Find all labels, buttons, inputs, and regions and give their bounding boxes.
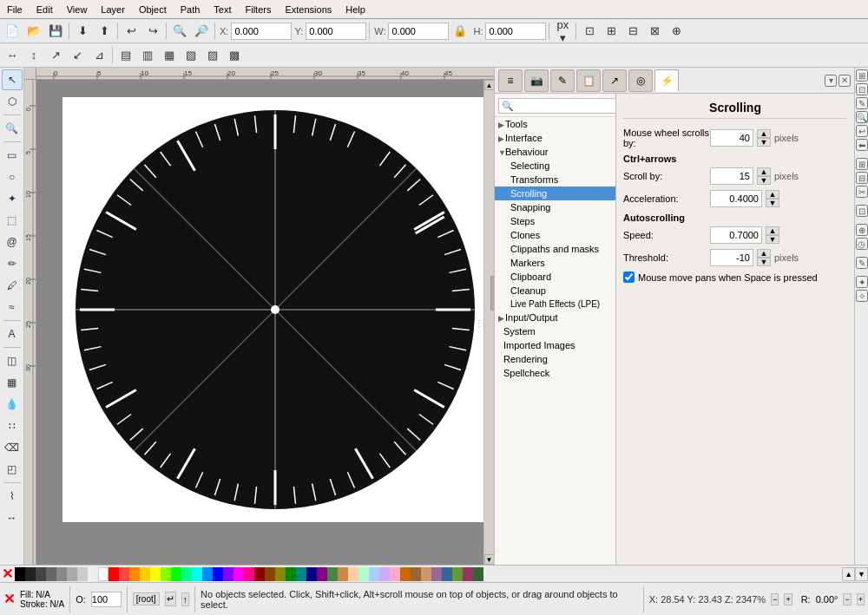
swatch-orange[interactable] — [129, 567, 140, 581]
redo-button[interactable]: ↪ — [142, 21, 163, 42]
tree-item-interface[interactable]: ▶Interface — [495, 131, 615, 145]
arrange-btn5[interactable]: ▨ — [202, 45, 223, 66]
swatch-cyan[interactable] — [192, 567, 202, 581]
scroll-thumb[interactable] — [490, 276, 495, 311]
mouse-wheel-up[interactable]: ▲ — [757, 129, 771, 138]
layer-exit-button[interactable]: ↑ — [181, 592, 190, 606]
menu-edit[interactable]: Edit — [30, 3, 60, 16]
right-icon-6[interactable]: ⬅ — [856, 139, 868, 151]
pencil-tool[interactable]: ✏ — [2, 253, 23, 274]
swatch-purple[interactable] — [223, 567, 233, 581]
right-icon-3[interactable]: ✎ — [856, 97, 868, 109]
opacity-input[interactable] — [91, 592, 122, 607]
layer-enter-button[interactable]: ↵ — [165, 592, 176, 606]
swatch-rose[interactable] — [390, 567, 400, 581]
w-input[interactable] — [388, 23, 449, 40]
circle-tool[interactable]: ○ — [2, 167, 23, 187]
prefs-tab-settings[interactable]: ◎ — [628, 69, 653, 92]
tree-item-steps[interactable]: Steps — [495, 214, 615, 228]
prefs-expand-button[interactable]: ▾ — [825, 75, 837, 87]
snap-btn1[interactable]: ⊡ — [579, 21, 600, 42]
unit-select[interactable]: px ▾ — [552, 21, 573, 42]
threshold-up[interactable]: ▲ — [757, 249, 771, 258]
right-icon-9[interactable]: ✂ — [856, 186, 868, 198]
swatch-yellow[interactable] — [140, 567, 150, 581]
right-icon-7[interactable]: ⊞ — [856, 158, 868, 170]
color-swatches[interactable] — [15, 567, 842, 581]
panel-drag-handle[interactable]: ⋮ — [475, 317, 483, 327]
tree-item-clipboard[interactable]: Clipboard — [495, 270, 615, 284]
swatch-red[interactable] — [108, 567, 119, 581]
swatch-yellow2[interactable] — [150, 567, 161, 581]
menu-file[interactable]: File — [0, 3, 30, 16]
x-input[interactable] — [231, 23, 292, 40]
prefs-tab-document[interactable]: ≡ — [498, 69, 523, 92]
swatch-olive[interactable] — [275, 567, 286, 581]
export-button[interactable]: ⬆ — [94, 21, 115, 42]
zoom-in-button[interactable]: 🔍 — [169, 21, 190, 42]
swatch-gray4[interactable] — [77, 567, 88, 581]
h-input[interactable] — [485, 23, 546, 40]
prefs-close-button[interactable]: ✕ — [838, 75, 851, 87]
menu-extensions[interactable]: Extensions — [278, 3, 339, 16]
rect-tool[interactable]: ▭ — [2, 145, 23, 166]
zoom-out-button[interactable]: 🔎 — [191, 21, 212, 42]
select-tool[interactable]: ↖ — [2, 69, 23, 90]
swatch-darkcyan[interactable] — [296, 567, 306, 581]
mouse-move-checkbox[interactable] — [623, 272, 635, 283]
scroll-by-down[interactable]: ▼ — [757, 176, 771, 185]
swatch-peach[interactable] — [348, 567, 358, 581]
tree-item-behaviour[interactable]: ▼Behaviour — [495, 145, 615, 159]
import-button[interactable]: ⬇ — [72, 21, 93, 42]
swatch-darkred[interactable] — [254, 567, 265, 581]
swatch-teal[interactable] — [181, 567, 192, 581]
zoom-in-status-button[interactable]: + — [784, 593, 792, 605]
rotate-ccw-button[interactable]: − — [843, 593, 851, 605]
prefs-tab-text[interactable]: 📋 — [576, 69, 601, 92]
open-button[interactable]: 📂 — [23, 21, 44, 42]
swatch-mid1[interactable] — [327, 567, 338, 581]
menu-layer[interactable]: Layer — [94, 3, 132, 16]
transform-btn1[interactable]: ↔ — [2, 45, 23, 66]
swatch-lime[interactable] — [161, 567, 171, 581]
connector-tool[interactable]: ⌇ — [2, 486, 23, 507]
swatch-dark2[interactable] — [36, 567, 46, 581]
no-fill-button[interactable]: ✕ — [0, 566, 15, 582]
scroll-by-input[interactable] — [710, 167, 753, 185]
right-icon-8[interactable]: ⊟ — [856, 172, 868, 184]
prefs-tab-snap[interactable]: 📷 — [524, 69, 549, 92]
swatch-light1[interactable] — [88, 567, 98, 581]
zoom-out-status-button[interactable]: − — [771, 593, 779, 605]
layer-button[interactable]: [root] — [133, 592, 160, 605]
tree-item-clones[interactable]: Clones — [495, 228, 615, 242]
swatch-gray2[interactable] — [56, 567, 67, 581]
vertical-scrollbar[interactable]: ▲ ▼ — [483, 80, 494, 565]
swatch-pink[interactable] — [244, 567, 254, 581]
right-icon-5[interactable]: ↩ — [856, 125, 868, 137]
spiral-tool[interactable]: @ — [2, 232, 23, 252]
swatch-steel[interactable] — [442, 567, 452, 581]
tree-item-lpe[interactable]: Live Path Effects (LPE) — [495, 298, 615, 311]
mouse-wheel-input[interactable] — [710, 129, 753, 147]
tree-item-system[interactable]: System — [495, 324, 615, 338]
arrange-btn4[interactable]: ▧ — [181, 45, 201, 66]
speed-up[interactable]: ▲ — [766, 226, 779, 235]
threshold-down[interactable]: ▼ — [757, 258, 771, 266]
right-icon-2[interactable]: ⊡ — [856, 83, 868, 95]
swatch-white[interactable] — [98, 567, 108, 581]
transform-btn5[interactable]: ⊿ — [89, 45, 109, 66]
tree-item-markers[interactable]: Markers — [495, 256, 615, 270]
menu-text[interactable]: Text — [207, 3, 238, 16]
tree-item-transforms[interactable]: Transforms — [495, 173, 615, 186]
speed-input[interactable] — [710, 226, 762, 244]
scroll-by-up[interactable]: ▲ — [757, 167, 771, 176]
rotate-cw-button[interactable]: + — [857, 593, 865, 605]
tree-search-input[interactable] — [498, 98, 616, 114]
prefs-tab-active[interactable]: ⚡ — [654, 69, 679, 92]
swatch-green[interactable] — [171, 567, 181, 581]
right-icon-15[interactable]: ✧ — [856, 290, 868, 302]
tree-item-selecting[interactable]: Selecting — [495, 159, 615, 173]
swatch-darkblue[interactable] — [306, 567, 317, 581]
right-icon-4[interactable]: 🔍 — [856, 111, 868, 123]
tree-item-spellcheck[interactable]: Spellcheck — [495, 366, 615, 380]
